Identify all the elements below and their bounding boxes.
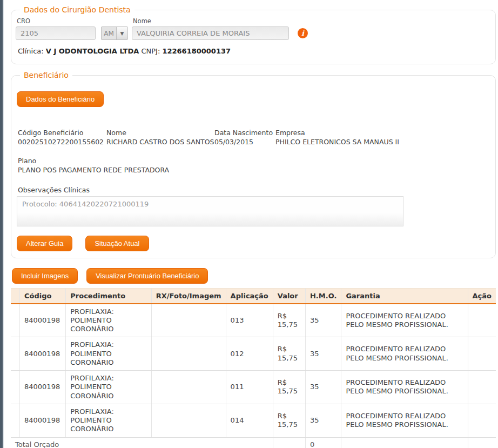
table-row: 84000198PROFILAXIA: POLIMENTO CORONÁRIO0… bbox=[11, 371, 496, 404]
cell-spacer bbox=[11, 304, 20, 337]
cell-hmo: 35 bbox=[305, 404, 341, 437]
cell-procedimento: PROFILAXIA: POLIMENTO CORONÁRIO bbox=[66, 371, 152, 404]
cell-garantia: PROCEDIMENTO REALIZADO PELO MESMO PROFIS… bbox=[341, 404, 468, 437]
cell-aplicacao: 012 bbox=[226, 337, 273, 371]
cell-aplicacao: 013 bbox=[226, 304, 273, 337]
total-label: Total Orçado bbox=[11, 437, 273, 448]
side-scroll-strip[interactable] bbox=[0, 0, 4, 448]
cell-procedimento: PROFILAXIA: POLIMENTO CORONÁRIO bbox=[66, 404, 152, 437]
cell-codigo: 84000198 bbox=[20, 404, 66, 437]
col-header-h-m-o-: H.M.O. bbox=[305, 288, 341, 304]
uf-select[interactable]: AM ▼ bbox=[101, 26, 128, 40]
data-nascimento-value: 05/03/2015 bbox=[214, 138, 275, 147]
procedures-toolbar: Incluir Imagens Visualizar Prontuário Be… bbox=[12, 268, 496, 284]
cell-codigo: 84000198 bbox=[20, 337, 66, 371]
clinica-value: V J ODONTOLOGIA LTDA bbox=[46, 47, 139, 55]
cell-spacer bbox=[11, 371, 20, 404]
clinica-line: Clínica: V J ODONTOLOGIA LTDA CNPJ: 1226… bbox=[18, 47, 488, 55]
info-icon[interactable]: i bbox=[298, 28, 308, 38]
cro-input[interactable]: 2105 bbox=[16, 26, 96, 40]
table-header-row: CódigoProcedimentoRX/Foto/ImagemAplicaçã… bbox=[11, 288, 496, 304]
beneficiario-nome-value: RICHARD CASTRO DOS SANTOS bbox=[106, 138, 214, 147]
chevron-down-icon[interactable]: ▼ bbox=[116, 27, 127, 39]
cell-aplicacao: 011 bbox=[226, 371, 273, 404]
cell-valor: R$ 15,75 bbox=[273, 304, 305, 337]
data-nascimento-field: Data Nascimento 05/03/2015 bbox=[214, 129, 275, 147]
cell-acao bbox=[468, 371, 496, 404]
codigo-beneficiario-field: Código Beneficiário 00202510272200155602 bbox=[18, 129, 106, 147]
beneficiario-nome-label: Nome bbox=[106, 129, 214, 138]
empresa-label: Empresa bbox=[275, 129, 488, 138]
clinica-label: Clínica: bbox=[18, 47, 44, 55]
data-nascimento-label: Data Nascimento bbox=[214, 129, 275, 138]
plano-label: Plano bbox=[18, 157, 488, 166]
cell-acao bbox=[468, 337, 496, 371]
cell-hmo: 35 bbox=[305, 304, 341, 337]
cell-rx bbox=[151, 337, 226, 371]
cell-valor: R$ 15,75 bbox=[273, 371, 305, 404]
table-body: 84000198PROFILAXIA: POLIMENTO CORONÁRIO0… bbox=[11, 304, 496, 438]
table-row: 84000198PROFILAXIA: POLIMENTO CORONÁRIO0… bbox=[11, 304, 496, 337]
total-garantia-cell bbox=[341, 437, 468, 448]
table-row: 84000198PROFILAXIA: POLIMENTO CORONÁRIO0… bbox=[11, 404, 496, 437]
empresa-value: PHILCO ELETRONICOS SA MANAUS II bbox=[275, 138, 488, 147]
incluir-imagens-button[interactable]: Incluir Imagens bbox=[12, 268, 78, 284]
total-row: Total Orçado 0 bbox=[11, 437, 496, 448]
dentist-section-title: Dados do Cirurgião Dentista bbox=[20, 5, 134, 14]
total-acao-cell bbox=[468, 437, 496, 448]
plano-value: PLANO POS PAGAMENTO REDE PRESTADORA bbox=[18, 166, 488, 175]
dentist-section: Dados do Cirurgião Dentista CRO 2105 AM … bbox=[11, 5, 496, 64]
cell-hmo: 35 bbox=[305, 371, 341, 404]
observacoes-label: Observações Clínicas bbox=[18, 186, 488, 194]
cell-spacer bbox=[11, 404, 20, 437]
col-header-aplica-o: Aplicação bbox=[226, 288, 273, 304]
page-content: Dados do Cirurgião Dentista CRO 2105 AM … bbox=[11, 0, 496, 448]
cell-acao bbox=[468, 404, 496, 437]
cell-garantia: PROCEDIMENTO REALIZADO PELO MESMO PROFIS… bbox=[341, 337, 468, 371]
cro-label: CRO bbox=[17, 17, 96, 25]
procedures-table: CódigoProcedimentoRX/Foto/ImagemAplicaçã… bbox=[11, 288, 496, 448]
col-header-c-digo: Código bbox=[20, 288, 66, 304]
cell-rx bbox=[151, 404, 226, 437]
plano-field: Plano PLANO POS PAGAMENTO REDE PRESTADOR… bbox=[18, 157, 488, 175]
cell-hmo: 35 bbox=[305, 337, 341, 371]
cell-rx bbox=[151, 304, 226, 337]
cell-spacer bbox=[11, 337, 20, 371]
uf-selected-value: AM bbox=[102, 27, 116, 39]
cell-rx bbox=[151, 371, 226, 404]
beneficiary-section-title: Beneficiário bbox=[20, 71, 72, 79]
empresa-field: Empresa PHILCO ELETRONICOS SA MANAUS II bbox=[275, 129, 488, 147]
cnpj-label: CNPJ: bbox=[141, 47, 160, 55]
col-header-a-o: Ação bbox=[468, 288, 496, 304]
cell-valor: R$ 15,75 bbox=[273, 337, 305, 371]
cell-procedimento: PROFILAXIA: POLIMENTO CORONÁRIO bbox=[66, 337, 152, 371]
col-header-valor: Valor bbox=[273, 288, 305, 304]
beneficiario-nome-field: Nome RICHARD CASTRO DOS SANTOS bbox=[106, 129, 214, 147]
total-hmo-cell: 0 bbox=[305, 437, 341, 448]
dentist-nome-label: Nome bbox=[133, 17, 289, 25]
cell-garantia: PROCEDIMENTO REALIZADO PELO MESMO PROFIS… bbox=[341, 304, 468, 337]
cell-garantia: PROCEDIMENTO REALIZADO PELO MESMO PROFIS… bbox=[341, 371, 468, 404]
situacao-atual-button[interactable]: Situação Atual bbox=[85, 236, 149, 251]
cell-valor: R$ 15,75 bbox=[273, 404, 305, 437]
beneficiary-info-row: Código Beneficiário 00202510272200155602… bbox=[18, 129, 488, 147]
cell-codigo: 84000198 bbox=[20, 371, 66, 404]
col-header-procedimento: Procedimento bbox=[66, 288, 152, 304]
cro-field-group: CRO 2105 bbox=[16, 17, 96, 40]
col-header-garantia: Garantia bbox=[341, 288, 468, 304]
cell-acao bbox=[468, 304, 496, 337]
visualizar-prontuario-button[interactable]: Visualizar Prontuário Beneficiário bbox=[86, 268, 208, 284]
col-header-spacer bbox=[11, 288, 20, 304]
nome-field-group: Nome VALQUIRIA CORREIA DE MORAIS bbox=[132, 17, 289, 40]
col-header-rx-foto-imagem: RX/Foto/Imagem bbox=[151, 288, 226, 304]
cell-procedimento: PROFILAXIA: POLIMENTO CORONÁRIO bbox=[66, 304, 152, 337]
alterar-guia-button[interactable]: Alterar Guia bbox=[17, 236, 72, 251]
codigo-beneficiario-label: Código Beneficiário bbox=[18, 129, 106, 138]
beneficiary-section: Beneficiário Dados do Beneficiário Códig… bbox=[11, 71, 496, 258]
total-valor-cell bbox=[273, 437, 305, 448]
codigo-beneficiario-value: 00202510272200155602 bbox=[18, 138, 106, 147]
cell-codigo: 84000198 bbox=[20, 304, 66, 337]
observacoes-textarea[interactable]: Protocolo: 40641420220721000119 bbox=[17, 196, 403, 226]
dados-beneficiario-button[interactable]: Dados do Beneficiário bbox=[17, 91, 104, 107]
dentist-nome-input[interactable]: VALQUIRIA CORREIA DE MORAIS bbox=[132, 26, 289, 40]
